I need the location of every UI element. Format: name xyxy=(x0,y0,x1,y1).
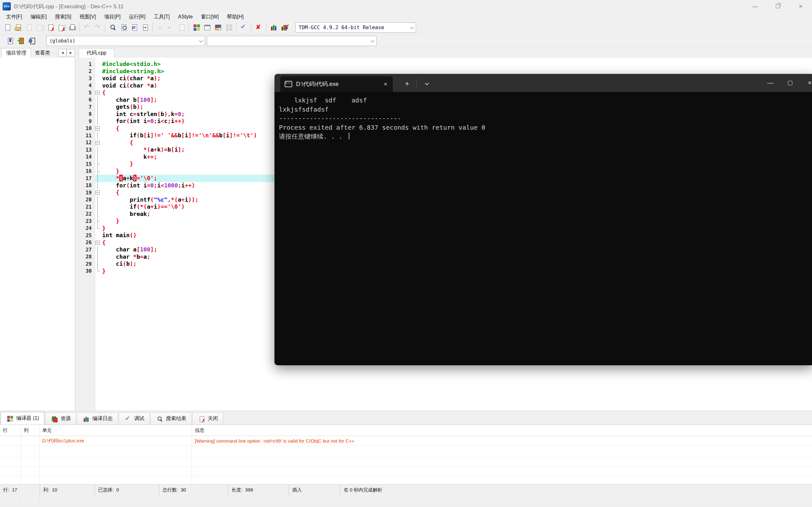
undo-button xyxy=(82,22,92,33)
restore-button[interactable] xyxy=(766,0,789,13)
globals-select-value: (globals) xyxy=(50,38,75,44)
menu-item-3[interactable]: 视图[V] xyxy=(75,13,100,21)
table-cell xyxy=(39,456,192,466)
window-button[interactable] xyxy=(202,22,213,33)
close-all-button[interactable] xyxy=(56,22,67,33)
bottom-tab-4[interactable]: 搜索结果 xyxy=(150,412,192,425)
bottom-tab-1[interactable]: 资源 xyxy=(45,412,76,425)
project-options-button[interactable] xyxy=(213,22,223,33)
delete-profiling-button[interactable] xyxy=(279,22,290,33)
tab-project-manager[interactable]: 项目管理 xyxy=(1,48,31,58)
menu-item-0[interactable]: 文件[F] xyxy=(2,13,26,21)
open-file-button[interactable] xyxy=(13,22,23,33)
table-row[interactable]: D:\代码\cc1plus.exe[Warning] command line … xyxy=(0,436,812,446)
new-project-button[interactable] xyxy=(191,22,202,33)
fold-margin xyxy=(95,182,101,189)
column-header-3: 信息 xyxy=(192,425,812,436)
add-watch-button[interactable] xyxy=(15,36,26,46)
new-file-button[interactable] xyxy=(2,22,13,33)
toolbar-separator xyxy=(152,23,153,32)
fold-toggle-icon[interactable] xyxy=(95,239,101,246)
window-layout-icon xyxy=(225,23,233,32)
console-minimize-button[interactable]: — xyxy=(761,74,780,92)
rebuild-all-button[interactable] xyxy=(253,22,264,33)
save-all-icon xyxy=(36,23,44,32)
print-icon xyxy=(68,23,76,32)
new-project-icon xyxy=(193,23,201,32)
goto-line-button[interactable] xyxy=(140,22,150,33)
delete-profiling-icon xyxy=(281,23,289,32)
replace-button[interactable] xyxy=(129,22,140,33)
bottom-tab-0[interactable]: 编译器 (1) xyxy=(1,412,44,425)
tab-scroll-right-icon[interactable]: ► xyxy=(67,49,75,56)
fold-toggle-icon[interactable] xyxy=(95,189,101,196)
line-number: 2 xyxy=(75,68,95,74)
line-number: 8 xyxy=(75,111,95,117)
tab-scroll-left-icon[interactable]: ◄ xyxy=(58,49,67,56)
console-output[interactable]: lxkjsf sdf adsflxkjsfsdfadsf------------… xyxy=(274,92,812,365)
console-caret xyxy=(349,132,349,139)
status-bar: 行: 17列: 10已选择: 0总行数: 30长度: 398插入在 0 秒内完成… xyxy=(0,484,812,496)
new-file-icon xyxy=(3,23,11,32)
compiler-select[interactable]: TDM-GCC 4.9.2 64-bit Release xyxy=(295,22,416,33)
fold-toggle-icon[interactable] xyxy=(95,89,101,96)
console-title: D:\代码\代码.exe xyxy=(296,80,380,88)
tab-dropdown-button[interactable] xyxy=(420,78,433,90)
fold-toggle-icon[interactable] xyxy=(95,139,101,147)
view-unit-button[interactable] xyxy=(4,36,15,46)
line-number: 11 xyxy=(75,132,95,138)
menu-item-8[interactable]: 窗口[W] xyxy=(197,13,223,21)
menu-item-4[interactable]: 项目[P] xyxy=(100,13,125,21)
compile-icon xyxy=(240,23,248,32)
print-button[interactable] xyxy=(67,22,78,33)
close-file-icon xyxy=(47,23,55,32)
bottom-tab-3[interactable]: 调试 xyxy=(119,412,150,425)
console-tab-close-icon[interactable]: × xyxy=(380,79,391,89)
bottom-tab-label: 编译日志 xyxy=(92,415,113,422)
profile-analysis-button[interactable] xyxy=(268,22,279,33)
tab-class-viewer[interactable]: 查看类 xyxy=(31,48,55,58)
menu-item-9[interactable]: 帮助[H] xyxy=(223,13,248,21)
line-number: 15 xyxy=(75,161,95,167)
find-in-files-button[interactable] xyxy=(118,22,129,33)
class-browser-toolbar: (globals) xyxy=(0,34,812,48)
fold-toggle-icon[interactable] xyxy=(95,125,101,132)
minimize-button[interactable]: — xyxy=(744,0,766,13)
globals-select[interactable]: (globals) xyxy=(46,36,205,46)
close-button[interactable]: × xyxy=(789,0,812,13)
fold-margin xyxy=(95,175,101,182)
chevron-down-icon xyxy=(371,39,374,42)
window-layout-button[interactable] xyxy=(223,22,234,33)
find-button[interactable] xyxy=(107,22,118,33)
project-panel[interactable] xyxy=(0,58,75,411)
toggle-panel-button[interactable] xyxy=(26,36,37,46)
table-cell xyxy=(21,436,39,446)
console-close-button[interactable]: × xyxy=(800,74,812,92)
bottom-tab-2[interactable]: 编译日志 xyxy=(77,412,118,425)
menu-item-6[interactable]: 工具[T] xyxy=(149,13,174,21)
menu-item-7[interactable]: AStyle xyxy=(174,13,197,20)
line-number: 10 xyxy=(75,125,95,131)
menu-item-5[interactable]: 运行[R] xyxy=(125,13,149,21)
table-row-empty xyxy=(0,466,812,476)
table-header-row: 行列单元信息 xyxy=(0,425,812,436)
editor-tab[interactable]: 代码.cpp xyxy=(79,48,114,58)
menu-item-1[interactable]: 编辑[E] xyxy=(26,13,51,21)
console-maximize-button[interactable] xyxy=(780,74,800,92)
new-tab-button[interactable]: + xyxy=(401,78,413,90)
line-number: 18 xyxy=(75,182,95,188)
menu-item-2[interactable]: 搜索[S] xyxy=(51,13,75,21)
console-title-bar[interactable]: D:\代码\代码.exe × + — × xyxy=(274,74,812,92)
status-segment-0: 行: 17 xyxy=(0,485,40,496)
bottom-tab-icon-grid4c xyxy=(6,415,13,422)
bottom-tab-5[interactable]: 关闭 xyxy=(192,412,223,425)
compile-button[interactable] xyxy=(238,22,249,33)
bottom-tab-label: 搜索结果 xyxy=(166,415,186,422)
console-tab[interactable]: D:\代码\代码.exe × xyxy=(280,76,393,92)
compiler-select-value: TDM-GCC 4.9.2 64-bit Release xyxy=(299,24,384,31)
close-file-button[interactable] xyxy=(45,22,56,33)
goto-line-icon xyxy=(141,23,149,32)
column-header-1: 列 xyxy=(21,425,39,436)
fold-margin xyxy=(95,82,101,90)
member-select[interactable] xyxy=(207,36,377,46)
